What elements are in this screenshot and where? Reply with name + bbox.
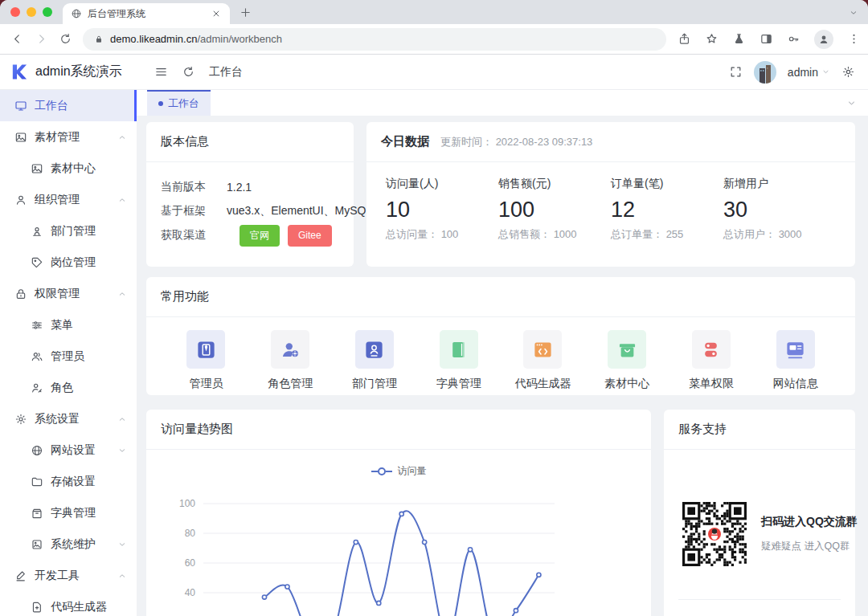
sidebar-item-arrow-icon <box>117 289 127 299</box>
browser-tab[interactable]: 后台管理系统 <box>63 3 230 24</box>
version-row-label: 当前版本 <box>161 180 214 194</box>
stat-column: 订单量(笔) 12 总订单量： 255 <box>611 177 723 242</box>
chart-legend[interactable]: 访问量 <box>146 464 651 478</box>
window-close-button[interactable] <box>10 7 20 17</box>
fullscreen-button[interactable] <box>729 65 743 79</box>
forward-button[interactable] <box>35 32 48 46</box>
password-key-icon[interactable] <box>787 32 800 46</box>
feature-tile-role[interactable]: 角色管理 <box>248 330 333 391</box>
reload-button[interactable] <box>59 32 72 46</box>
sidebar-item-label: 素材中心 <box>51 161 117 176</box>
sidebar-item-dept[interactable]: 部门管理 <box>0 215 137 247</box>
sidebar-item-arrow-icon <box>117 414 127 424</box>
sidebar-item-icon <box>31 162 43 175</box>
sidebar-item-label: 菜单 <box>51 318 117 332</box>
sidebar-item-label: 权限管理 <box>35 287 117 301</box>
sidebar-item-arrow-icon <box>117 101 127 111</box>
sidebar-item-codegen[interactable]: 代码生成器 <box>0 591 137 616</box>
stat-label: 销售额(元) <box>498 177 611 191</box>
stat-value: 30 <box>723 198 836 222</box>
tab-search-chevron-icon[interactable] <box>849 8 858 18</box>
extension-flask-icon[interactable] <box>732 32 746 46</box>
sidebar-item-website[interactable]: 网站设置 <box>0 434 137 466</box>
sidebar-item-org[interactable]: 组织管理 <box>0 184 137 215</box>
stat-column: 新增用户 30 总访用户： 3000 <box>723 177 836 242</box>
window-minimize-button[interactable] <box>27 7 36 17</box>
page-tab-workbench[interactable]: 工作台 <box>147 90 211 116</box>
feature-tile-codegen[interactable]: 代码生成器 <box>501 330 585 391</box>
new-tab-button[interactable] <box>240 6 252 18</box>
feature-tile-menu-auth[interactable]: 菜单权限 <box>669 330 754 391</box>
feature-tile-admin[interactable]: 管理员 <box>164 330 248 391</box>
feature-tile-label: 角色管理 <box>268 377 313 391</box>
sidebar-item-workbench[interactable]: 工作台 <box>0 90 137 121</box>
visits-chart: 100806040 <box>146 482 651 616</box>
feature-tile-icon <box>186 330 225 369</box>
sidebar-item-perm[interactable]: 权限管理 <box>0 278 137 309</box>
settings-gear-button[interactable] <box>841 65 855 79</box>
page-refresh-button[interactable] <box>182 65 195 79</box>
official-button[interactable]: 官网 <box>240 225 280 247</box>
sidebar-item-arrow-icon <box>117 226 127 236</box>
sidebar-item-system[interactable]: 系统设置 <box>0 403 137 434</box>
sidebar-item-post[interactable]: 岗位管理 <box>0 247 137 278</box>
browser-tab-title: 后台管理系统 <box>88 7 205 21</box>
sidebar-item-label: 系统维护 <box>51 537 117 552</box>
feature-tile-icon <box>692 330 731 369</box>
sidebar-item-admin[interactable]: 管理员 <box>0 341 137 372</box>
sidebar-item-label: 字典管理 <box>51 506 117 520</box>
visits-trend-card: 访问量趋势图 访问量 100806040 <box>146 410 651 616</box>
browser-profile-avatar[interactable] <box>814 30 833 49</box>
side-panel-button[interactable] <box>760 32 773 46</box>
stat-label: 访问量(人) <box>386 177 498 191</box>
sidebar-item-maintain[interactable]: 系统维护 <box>0 528 137 560</box>
tab-close-icon[interactable] <box>211 8 222 19</box>
page-url: demo.likeadmin.cn/admin/workbench <box>110 33 282 45</box>
update-time: 更新时间： 2022-08-23 09:37:13 <box>440 135 592 149</box>
chart-card-title: 访问量趋势图 <box>146 410 651 450</box>
gitee-button[interactable]: Gitee <box>288 225 332 247</box>
feature-tile-label: 部门管理 <box>352 377 397 391</box>
feature-tile-label: 菜单权限 <box>689 377 734 391</box>
globe-favicon-icon <box>71 8 82 19</box>
service-card-title: 服务支持 <box>664 410 855 450</box>
sidebar-item-dict[interactable]: 字典管理 <box>0 497 137 528</box>
back-button[interactable] <box>10 32 24 46</box>
page-tabbar: 工作台 <box>137 90 868 116</box>
sidebar-item-label: 岗位管理 <box>51 255 117 270</box>
sidebar-item-label: 部门管理 <box>51 224 117 239</box>
address-bar[interactable]: demo.likeadmin.cn/admin/workbench <box>83 28 666 51</box>
feature-tile-label: 网站信息 <box>773 377 818 391</box>
sidebar-item-storage[interactable]: 存储设置 <box>0 466 137 497</box>
sidebar-collapse-button[interactable] <box>154 65 168 79</box>
feature-tile-site-info[interactable]: 网站信息 <box>753 330 837 391</box>
sidebar-item-dev[interactable]: 开发工具 <box>0 560 137 591</box>
sidebar-item-material-center[interactable]: 素材中心 <box>0 153 137 184</box>
browser-menu-button[interactable] <box>847 32 861 46</box>
sidebar-item-menu[interactable]: 菜单 <box>0 309 137 341</box>
today-data-card: 今日数据 更新时间： 2022-08-23 09:37:13 访问量(人) 10… <box>366 122 855 267</box>
tabbar-dropdown-button[interactable] <box>846 98 857 108</box>
window-zoom-button[interactable] <box>43 7 52 17</box>
sidebar-item-icon <box>31 538 43 551</box>
sidebar-item-label: 工作台 <box>35 99 117 113</box>
app-header: admin系统演示 工作台 admin <box>0 55 868 90</box>
feature-tile-dict[interactable]: 字典管理 <box>416 330 501 391</box>
user-avatar[interactable] <box>754 61 776 84</box>
share-button[interactable] <box>678 32 691 46</box>
sidebar-item-icon <box>31 444 43 457</box>
feature-tile-material[interactable]: 素材中心 <box>585 330 669 391</box>
browser-tabstrip: 后台管理系统 <box>0 0 868 24</box>
lock-icon <box>94 35 104 44</box>
user-menu[interactable]: admin <box>788 66 830 79</box>
legend-marker-icon <box>371 467 392 476</box>
breadcrumb[interactable]: 工作台 <box>209 65 243 80</box>
bookmark-star-button[interactable] <box>705 32 719 46</box>
browser-window: 后台管理系统 demo.likeadmin.cn/admin/workbench <box>0 0 868 616</box>
sidebar-item-role[interactable]: 角色 <box>0 372 137 403</box>
sidebar-item-icon <box>14 100 27 112</box>
sidebar-item-icon <box>31 475 43 488</box>
feature-tile-dept[interactable]: 部门管理 <box>333 330 417 391</box>
svg-text:80: 80 <box>185 528 196 539</box>
sidebar-item-material[interactable]: 素材管理 <box>0 121 137 153</box>
